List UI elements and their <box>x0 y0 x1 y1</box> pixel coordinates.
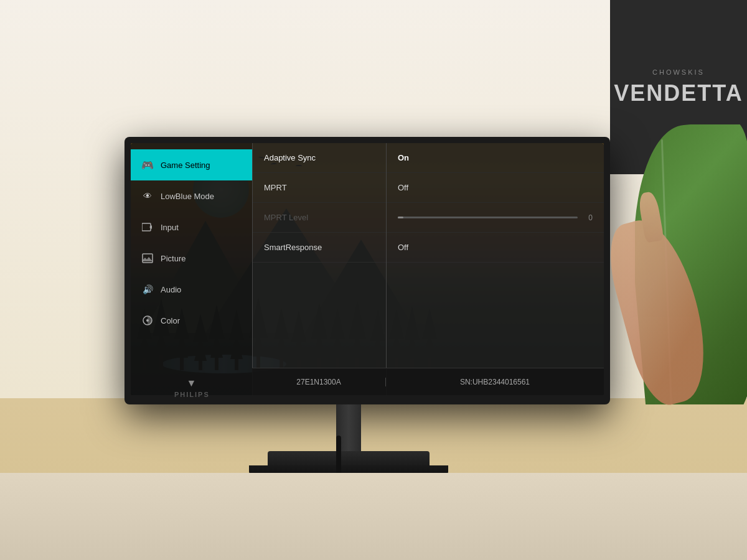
mprt-level-slider: 0 <box>398 213 593 222</box>
monitor-bezel: 🎮 Game Setting 👁 LowBlue Mode <box>125 137 610 404</box>
sidebar-item-lowblue[interactable]: 👁 LowBlue Mode <box>131 180 252 212</box>
smart-response-label: SmartResponse <box>264 243 322 252</box>
slider-fill <box>398 217 403 218</box>
color-icon <box>141 314 154 327</box>
slider-track <box>398 217 578 218</box>
sidebar-color-label: Color <box>161 316 180 325</box>
smart-response-value: Off <box>387 233 604 263</box>
mprt-level-label: MPRT Level <box>264 213 308 222</box>
adaptive-sync-val-text: On <box>398 153 409 162</box>
osd-sidebar: 🎮 Game Setting 👁 LowBlue Mode <box>131 143 252 395</box>
osd-values-panel: On Off 0 Off <box>386 143 604 395</box>
sidebar-item-input[interactable]: Input <box>131 212 252 243</box>
picture-icon <box>141 251 154 265</box>
adaptive-sync-value: On <box>387 143 604 173</box>
smart-response-val-text: Off <box>398 243 408 252</box>
book-title: VENDETTA <box>614 81 743 106</box>
monitor-stand-base <box>268 451 430 467</box>
svg-point-3 <box>146 319 149 322</box>
mprt-level-slider-container: 0 <box>387 203 604 233</box>
osd-content-panel: Adaptive Sync MPRT MPRT Level SmartRespo… <box>252 143 386 395</box>
philips-brand-logo: PHILIPS <box>174 391 210 398</box>
book-subtitle: CHOWSKIS <box>652 68 705 76</box>
mprt-value: Off <box>387 173 604 203</box>
sidebar-item-audio[interactable]: 🔊 Audio <box>131 274 252 305</box>
sidebar-game-setting-label: Game Setting <box>161 161 210 170</box>
sidebar-item-color[interactable]: Color <box>131 305 252 336</box>
desk-surface <box>0 473 747 560</box>
osd-menu: 🎮 Game Setting 👁 LowBlue Mode <box>131 143 604 395</box>
content-item-adaptive-sync[interactable]: Adaptive Sync <box>253 143 386 173</box>
sidebar-item-picture[interactable]: Picture <box>131 243 252 274</box>
adaptive-sync-label: Adaptive Sync <box>264 153 316 162</box>
content-item-mprt[interactable]: MPRT <box>253 173 386 203</box>
mprt-label: MPRT <box>264 183 287 192</box>
svg-rect-0 <box>142 223 151 231</box>
input-icon <box>141 220 154 234</box>
content-item-mprt-level: MPRT Level <box>253 203 386 233</box>
osd-bottom-bar: 27E1N1300A SN:UHB2344016561 <box>252 368 604 395</box>
game-setting-icon: 🎮 <box>141 158 154 172</box>
sidebar-picture-label: Picture <box>161 254 186 263</box>
sidebar-audio-label: Audio <box>161 285 181 294</box>
sidebar-lowblue-label: LowBlue Mode <box>161 192 214 201</box>
lowblue-icon: 👁 <box>141 189 154 203</box>
slider-value-display: 0 <box>583 213 593 222</box>
mprt-val-text: Off <box>398 183 408 192</box>
sidebar-input-label: Input <box>161 223 179 232</box>
content-item-smart-response[interactable]: SmartResponse <box>253 233 386 263</box>
monitor-model: 27E1N1300A <box>252 378 386 386</box>
audio-icon: 🔊 <box>141 282 154 296</box>
monitor-screen: 🎮 Game Setting 👁 LowBlue Mode <box>131 143 604 395</box>
monitor-serial: SN:UHB2344016561 <box>386 378 604 386</box>
sidebar-item-game-setting[interactable]: 🎮 Game Setting <box>131 149 252 180</box>
